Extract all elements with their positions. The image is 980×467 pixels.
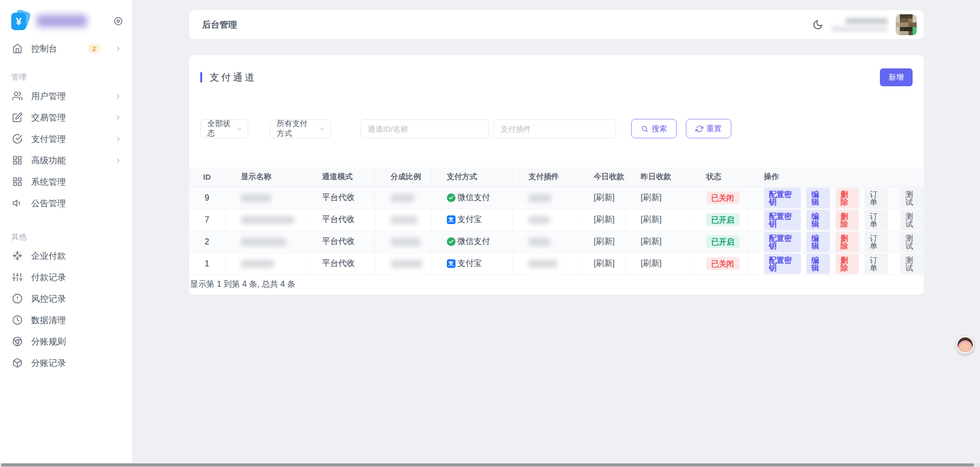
table-row: 9 平台代收 微信支付 [刷新] [刷新] 已关闭 配置密钥 编辑 删除 订单 … [189, 187, 924, 209]
method-select-value: 所有支付方式 [277, 119, 314, 138]
cell-plugin [513, 209, 578, 231]
console-count-badge: 2 [88, 44, 101, 54]
order-button[interactable]: 订单 [865, 254, 888, 274]
sidebar-item-risk-records[interactable]: 风控记录 [11, 288, 123, 309]
delete-button[interactable]: 删除 [835, 210, 859, 230]
today-refresh-link[interactable]: [刷新] [578, 187, 625, 209]
alipay-icon: 支 [447, 215, 456, 224]
status-select[interactable]: 全部状态 [200, 119, 248, 138]
cell-id: 7 [189, 209, 225, 231]
cell-ratio [375, 231, 431, 253]
home-icon [12, 43, 22, 54]
test-button[interactable]: 测试 [900, 232, 924, 252]
cell-status: 已开启 [690, 209, 748, 231]
refresh-icon [696, 125, 703, 133]
yesterday-refresh-link[interactable]: [刷新] [625, 209, 690, 231]
sidebar-item-payment-management[interactable]: 支付管理 [11, 128, 123, 150]
method-label: 支付宝 [458, 214, 482, 225]
reset-button[interactable]: 重置 [686, 119, 731, 138]
edit-button[interactable]: 编辑 [806, 210, 830, 230]
chevron-right-icon [114, 135, 122, 143]
sidebar-collapse-disc-icon[interactable] [113, 16, 123, 26]
grid-icon [12, 155, 22, 165]
delete-button[interactable]: 删除 [835, 254, 859, 274]
chrome-wheel-icon [12, 336, 22, 347]
plugin-redacted [529, 216, 550, 224]
configure-key-button[interactable]: 配置密钥 [764, 254, 801, 274]
yen-card-icon: ¥ [11, 13, 26, 30]
cell-method: 微信支付 [431, 231, 513, 253]
col-yesterday: 昨日收款 [625, 167, 690, 187]
ratio-redacted [391, 194, 414, 202]
add-button[interactable]: 新增 [880, 68, 913, 86]
sidebar-item-advanced-features[interactable]: 高级功能 [11, 150, 123, 171]
table-row: 7 平台代收 支支付宝 [刷新] [刷新] 已开启 配置密钥 编辑 删除 订单 … [189, 209, 924, 231]
plugin-redacted [529, 260, 557, 268]
method-select[interactable]: 所有支付方式 [270, 119, 331, 138]
configure-key-button[interactable]: 配置密钥 [764, 232, 801, 252]
sliders-icon [12, 272, 22, 282]
sidebar-item-console[interactable]: 控制台 2 [11, 38, 123, 59]
cell-actions: 配置密钥 编辑 删除 订单 测试 [748, 209, 924, 231]
table-body: 9 平台代收 微信支付 [刷新] [刷新] 已关闭 配置密钥 编辑 删除 订单 … [189, 187, 924, 275]
chevron-down-icon [236, 126, 243, 132]
userrole-line-redacted [831, 27, 888, 32]
configure-key-button[interactable]: 配置密钥 [764, 210, 801, 230]
card-title-row: 支付通道 新增 [189, 55, 924, 86]
edit-button[interactable]: 编辑 [806, 254, 830, 274]
sidebar-item-split-records[interactable]: 分账记录 [11, 352, 123, 374]
status-badge: 已关闭 [706, 257, 739, 270]
floating-assistant-avatar[interactable] [957, 336, 974, 354]
order-button[interactable]: 订单 [865, 210, 888, 230]
edit-button[interactable]: 编辑 [806, 232, 830, 252]
cell-name [225, 253, 306, 275]
delete-button[interactable]: 删除 [835, 188, 859, 208]
yesterday-refresh-link[interactable]: [刷新] [625, 253, 690, 275]
test-button[interactable]: 测试 [900, 188, 924, 208]
cell-id: 9 [189, 187, 225, 209]
cell-actions: 配置密钥 编辑 删除 订单 测试 [748, 231, 924, 253]
test-button[interactable]: 测试 [900, 254, 924, 274]
today-refresh-link[interactable]: [刷新] [578, 231, 625, 253]
sidebar-item-system-management[interactable]: 系统管理 [11, 171, 123, 192]
yesterday-refresh-link[interactable]: [刷新] [625, 187, 690, 209]
alert-octagon-icon [12, 293, 22, 304]
sidebar: ¥ 控制台 2 管理 用户管理 交易管理 支付管理 [0, 0, 133, 467]
edit-button[interactable]: 编辑 [806, 188, 830, 208]
user-avatar[interactable] [896, 14, 917, 35]
sidebar-item-payment-records[interactable]: 付款记录 [11, 266, 123, 288]
sidebar-item-label: 分账规则 [31, 336, 66, 348]
sidebar-item-enterprise-payment[interactable]: 企业付款 [11, 245, 123, 266]
configure-key-button[interactable]: 配置密钥 [764, 188, 801, 208]
sidebar-item-data-cleanup[interactable]: 数据清理 [11, 309, 123, 331]
cell-method: 支支付宝 [431, 209, 513, 231]
col-status: 状态 [690, 167, 748, 187]
yesterday-refresh-link[interactable]: [刷新] [625, 231, 690, 253]
sidebar-item-label: 系统管理 [31, 176, 66, 188]
sidebar-item-user-management[interactable]: 用户管理 [11, 85, 123, 107]
sidebar-item-announcement-management[interactable]: 公告管理 [11, 192, 123, 214]
cell-name [225, 187, 306, 209]
title-accent-bar [200, 72, 202, 83]
sidebar-item-trade-management[interactable]: 交易管理 [11, 107, 123, 128]
topbar-right [812, 14, 917, 35]
cell-mode: 平台代收 [306, 187, 375, 209]
channel-id-input[interactable] [361, 119, 489, 138]
col-ops: 操作 [748, 167, 924, 187]
cell-actions: 配置密钥 编辑 删除 订单 测试 [748, 187, 924, 209]
plugin-input[interactable] [493, 119, 616, 138]
order-button[interactable]: 订单 [865, 188, 888, 208]
dark-mode-moon-icon[interactable] [812, 19, 823, 30]
test-button[interactable]: 测试 [900, 210, 924, 230]
cell-ratio [375, 253, 431, 275]
sidebar-item-label: 交易管理 [31, 112, 66, 124]
delete-button[interactable]: 删除 [835, 232, 859, 252]
horizontal-scrollbar-thumb[interactable] [1, 463, 974, 466]
today-refresh-link[interactable]: [刷新] [578, 209, 625, 231]
topbar: 后台管理 [189, 10, 924, 39]
sidebar-item-split-rules[interactable]: 分账规则 [11, 331, 123, 352]
order-button[interactable]: 订单 [865, 232, 888, 252]
package-box-icon [12, 358, 22, 368]
search-button[interactable]: 搜索 [631, 119, 677, 138]
today-refresh-link[interactable]: [刷新] [578, 253, 625, 275]
